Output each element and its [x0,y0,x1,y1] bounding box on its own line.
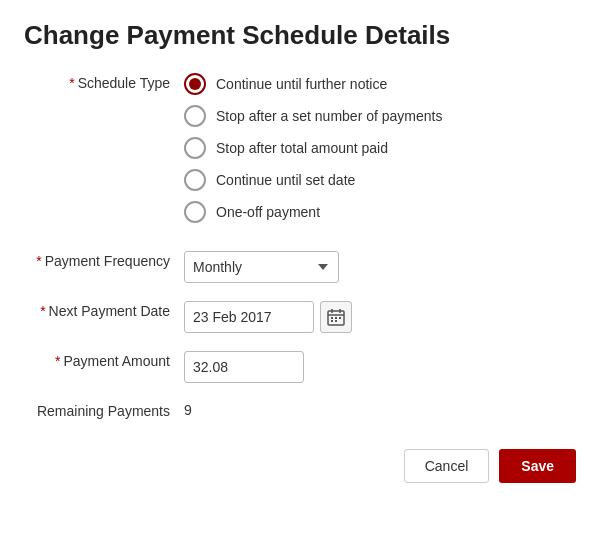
radio-label-stop-total: Stop after total amount paid [216,140,388,156]
button-row: Cancel Save [24,449,576,483]
radio-inner-continue [189,78,201,90]
payment-frequency-row: *Payment Frequency Monthly Weekly Fortni… [24,251,576,283]
payment-frequency-control: Monthly Weekly Fortnightly Quarterly Ann… [184,251,576,283]
radio-circle-one-off [184,201,206,223]
remaining-payments-label: Remaining Payments [24,401,184,419]
required-star-amount: * [55,353,60,369]
required-star-date: * [40,303,45,319]
payment-amount-row: *Payment Amount [24,351,576,383]
radio-label-one-off: One-off payment [216,204,320,220]
radio-label-continue-date: Continue until set date [216,172,355,188]
svg-rect-6 [339,317,341,319]
radio-continue-until-date[interactable]: Continue until set date [184,169,576,191]
next-payment-date-label: *Next Payment Date [24,301,184,319]
remaining-payments-control: 9 [184,401,576,419]
payment-frequency-label: *Payment Frequency [24,251,184,269]
calendar-icon [327,308,345,326]
radio-circle-continue [184,73,206,95]
required-star-schedule: * [69,75,74,91]
svg-rect-4 [331,317,333,319]
radio-label-continue: Continue until further notice [216,76,387,92]
radio-circle-stop-total [184,137,206,159]
radio-circle-continue-date [184,169,206,191]
radio-stop-after-payments[interactable]: Stop after a set number of payments [184,105,576,127]
schedule-type-label: *Schedule Type [24,73,184,91]
save-button[interactable]: Save [499,449,576,483]
remaining-payments-value: 9 [184,400,192,418]
remaining-payments-row: Remaining Payments 9 [24,401,576,419]
svg-rect-8 [335,320,337,322]
calendar-icon-button[interactable] [320,301,352,333]
next-payment-date-input[interactable] [184,301,314,333]
svg-rect-7 [331,320,333,322]
radio-label-stop-payments: Stop after a set number of payments [216,108,442,124]
next-payment-date-control [184,301,576,333]
schedule-type-options: Continue until further notice Stop after… [184,73,576,233]
payment-frequency-select[interactable]: Monthly Weekly Fortnightly Quarterly Ann… [184,251,339,283]
radio-one-off[interactable]: One-off payment [184,201,576,223]
radio-circle-stop-payments [184,105,206,127]
payment-amount-control [184,351,576,383]
schedule-type-row: *Schedule Type Continue until further no… [24,73,576,233]
cancel-button[interactable]: Cancel [404,449,490,483]
radio-continue-until-notice[interactable]: Continue until further notice [184,73,576,95]
payment-amount-label: *Payment Amount [24,351,184,369]
payment-amount-input[interactable] [184,351,304,383]
date-row [184,301,576,333]
required-star-frequency: * [36,253,41,269]
svg-rect-5 [335,317,337,319]
next-payment-date-row: *Next Payment Date [24,301,576,333]
radio-stop-after-total[interactable]: Stop after total amount paid [184,137,576,159]
page-title: Change Payment Schedule Details [24,20,576,51]
